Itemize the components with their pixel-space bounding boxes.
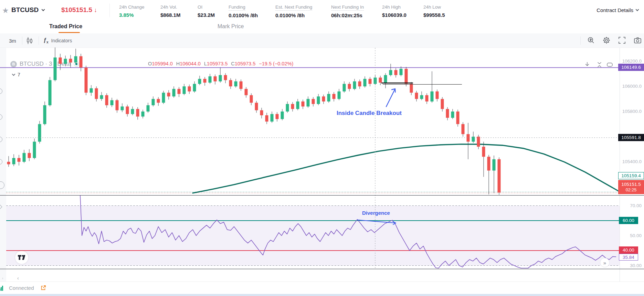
status-bar: Connected: [0, 282, 644, 294]
favorite-star-icon[interactable]: ★: [2, 6, 9, 15]
source-status-dot: [74, 61, 79, 67]
rsi-lower-level-badge: 40.00: [619, 246, 638, 254]
contract-details-button[interactable]: Contract Details: [597, 7, 638, 13]
stat-24h-high: 24h High $106039.0: [382, 4, 407, 18]
pane-collapse-chevron[interactable]: ‹: [17, 275, 19, 281]
bottom-strip: [0, 294, 644, 296]
fullscreen-button[interactable]: [617, 35, 627, 45]
connection-status-label: Connected: [9, 285, 34, 291]
quick-search-button[interactable]: [586, 35, 596, 45]
annotation-divergence[interactable]: Divergence: [362, 210, 390, 216]
fullscreen-icon: [618, 36, 626, 44]
stat-oi: OI $23.2M: [198, 4, 215, 18]
search-lightning-icon: [587, 36, 595, 44]
crosshair-price-badge: 105591.8: [618, 134, 644, 141]
gear-icon: [603, 36, 610, 44]
level-line-price-badge: 106149.6: [618, 64, 644, 71]
stat-24h-change: 24h Change 3.85%: [119, 4, 145, 18]
axis-tick: 105800.0: [622, 109, 642, 114]
last-price-badge: 105151.5 02:25: [618, 180, 644, 194]
price-tabs: Traded Price Mark Price: [0, 21, 644, 33]
symbol-name: BTCUSD: [11, 6, 39, 14]
rsi-upper-level-badge: 60.00: [619, 217, 638, 224]
last-price: $105151.5 ↓: [61, 6, 97, 14]
header: ★ BTCUSD $105151.5 ↓ 24h Change 3.85% 24…: [0, 0, 644, 21]
indicators-button[interactable]: ƒx Indicators: [43, 36, 72, 45]
hidden-indicator-count: 7: [18, 72, 20, 77]
axis-tick: 70.00: [630, 203, 642, 208]
active-tab-underline: [59, 32, 80, 33]
tab-mark-price[interactable]: Mark Price: [218, 23, 244, 30]
trading-app: ★ BTCUSD $105151.5 ↓ 24h Change 3.85% 24…: [0, 0, 644, 296]
ma-value-badge: 105159.4: [618, 172, 644, 179]
chart-legend[interactable]: B BTCUSD · 3 · Delta: [10, 61, 79, 67]
pane-dot-decoration: ›: [2, 276, 3, 280]
axis-tick: 106200.0: [622, 59, 642, 64]
axis-tick: 30.00: [630, 263, 642, 268]
tab-traded-price[interactable]: Traded Price: [49, 23, 82, 30]
chart-area: 3m ƒx Indicators: [0, 33, 644, 282]
connection-signal-icon: [0, 285, 4, 291]
stat-24h-vol: 24h Vol. $868.1M: [160, 4, 180, 18]
chevron-down-icon: [636, 8, 639, 11]
tradingview-watermark-button[interactable]: [15, 251, 28, 264]
symbol-selector[interactable]: BTCUSD: [11, 6, 44, 14]
tradingview-logo-icon: [18, 255, 25, 260]
fx-icon: ƒx: [43, 37, 48, 44]
interval-button[interactable]: 3m: [9, 36, 16, 45]
external-link-icon[interactable]: [41, 285, 46, 292]
stat-funding: Funding 0.0100% /8h: [229, 4, 258, 18]
chevron-down-icon: [12, 72, 15, 76]
screenshot-button[interactable]: [632, 35, 643, 45]
chevron-down-icon: [42, 8, 45, 11]
candle-countdown: 02:25: [626, 187, 636, 193]
annotation-inside-candle-breakout[interactable]: Inside Candle Breakout: [337, 110, 402, 117]
divider: [109, 3, 110, 17]
collapsed-drawing-toolbar[interactable]: [0, 48, 6, 282]
stat-est-next-funding: Est. Next Funding 0.0100% /8h: [275, 4, 312, 18]
broker-badge: B: [10, 61, 17, 67]
rsi-value-badge: 35.84: [619, 254, 638, 261]
legend-collapse-toggle[interactable]: 7: [12, 72, 20, 77]
chart-toolbar: 3m ƒx Indicators: [0, 33, 644, 48]
axis-tick: 105400.0: [622, 159, 642, 164]
candle-style-button[interactable]: [26, 36, 33, 45]
axis-tick: 50.00: [630, 233, 642, 238]
legend-title: BTCUSD · 3 · Delta: [20, 61, 71, 67]
pane-more-button[interactable]: »: [600, 258, 610, 267]
stat-next-funding-in: Next Funding In 06h:02m:25s: [331, 4, 364, 18]
legend-ohlc: O105994.0H106044.0L105973.5C105973.5−19.…: [148, 61, 297, 66]
price-down-arrow-icon: ↓: [94, 7, 97, 13]
legend-change: −19.5 (−0.02%): [259, 61, 293, 66]
camera-icon: [634, 36, 642, 44]
candlestick-icon: [26, 37, 33, 44]
settings-button[interactable]: [601, 35, 612, 45]
axis-tick: 106000.0: [622, 84, 642, 89]
stat-24h-low: 24h Low $99558.5: [423, 4, 445, 18]
